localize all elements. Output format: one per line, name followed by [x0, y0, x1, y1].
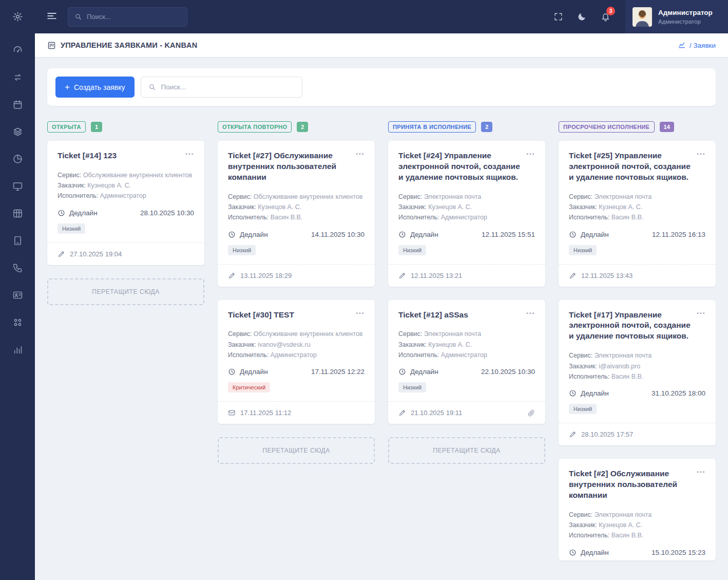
topbar-search-input[interactable]: [87, 13, 181, 21]
footer-date: 21.10.2025 19:11: [411, 409, 462, 417]
ticket-title[interactable]: Ticket [#14] 123: [58, 151, 180, 161]
breadcrumb[interactable]: / Заявки: [678, 41, 716, 49]
content: + Создать заявку ОТКРЫТА1Ticket [#14] 12…: [35, 57, 728, 580]
gear-icon[interactable]: [12, 0, 23, 33]
ticket-field: Сервис: Электронная почта: [398, 329, 535, 339]
search-icon: [74, 13, 82, 21]
kanban-board: ОТКРЫТА1Ticket [#14] 123...Сервис: Обслу…: [47, 121, 716, 574]
ticket-title[interactable]: Ticket [#27] Обслуживание внутренних пол…: [228, 151, 351, 183]
tickets-icon[interactable]: [0, 64, 35, 91]
ticket-card[interactable]: Ticket [#25] Управление электронной почт…: [559, 141, 716, 287]
footer-date: 12.11.2025 13:21: [411, 272, 462, 279]
ticket-fields: Сервис: Электронная почтаЗаказчик: Кузне…: [559, 510, 716, 541]
card-menu-button[interactable]: ...: [526, 151, 535, 183]
card-footer: 21.10.2025 19:11: [388, 401, 545, 424]
ticket-title[interactable]: Ticket [#2] Обслуживание внутренних поль…: [569, 469, 692, 501]
ticket-title[interactable]: Ticket [#12] aSSas: [398, 310, 521, 321]
card-header: Ticket [#2] Обслуживание внутренних поль…: [559, 459, 716, 501]
deadline-row: Дедлайн22.10.2025 10:30: [388, 368, 545, 376]
ticket-fields: Сервис: Обслуживание внутренних клиентов…: [218, 192, 375, 223]
notifications-bell-icon[interactable]: 3: [593, 0, 617, 33]
ticket-fields: Сервис: Электронная почтаЗаказчик: Кузне…: [388, 192, 545, 223]
ticket-card[interactable]: Ticket [#2] Обслуживание внутренних поль…: [559, 459, 716, 560]
drop-zone[interactable]: ПЕРЕТАЩИТЕ СЮДА: [218, 437, 375, 464]
card-footer: 27.10.2025 19:04: [47, 242, 204, 265]
card-menu-button[interactable]: ...: [526, 310, 535, 321]
ticket-card[interactable]: Ticket [#30] TEST...Сервис: Обслуживание…: [218, 300, 375, 424]
ticket-card[interactable]: Ticket [#12] aSSas...Сервис: Электронная…: [388, 300, 545, 424]
board-search-input[interactable]: [161, 83, 295, 91]
ticket-field: Заказчик: Кузнецов А. С.: [58, 180, 194, 191]
column-header: ПРОСРОЧЕНО ИСПОЛНЕНИЕ14: [559, 121, 716, 133]
page-header: УПРАВЛЕНИЕ ЗАЯВКАМИ - KANBAN / Заявки: [35, 33, 728, 57]
table-icon[interactable]: [0, 200, 35, 227]
footer-date: 27.10.2025 19:04: [70, 250, 122, 258]
deadline-value: 12.11.2025 15:51: [482, 231, 535, 238]
ticket-card[interactable]: Ticket [#24] Управление электронной почт…: [388, 141, 545, 287]
ticket-card[interactable]: Ticket [#14] 123...Сервис: Обслуживание …: [47, 141, 204, 265]
column-count-badge: 2: [481, 122, 492, 132]
apps-icon[interactable]: [0, 309, 35, 336]
calendar-icon[interactable]: [0, 91, 35, 118]
user-name: Администратор: [658, 9, 713, 17]
ticket-title[interactable]: Ticket [#24] Управление электронной почт…: [398, 151, 521, 183]
sidebar-nav: [0, 36, 35, 363]
kanban-column: ПРИНЯТА В ИСПОЛНЕНИЕ2Ticket [#24] Управл…: [388, 121, 545, 464]
column-header: ПРИНЯТА В ИСПОЛНЕНИЕ2: [388, 121, 545, 133]
dark-mode-icon[interactable]: [570, 0, 593, 33]
id-card-icon[interactable]: [0, 282, 35, 309]
card-header: Ticket [#25] Управление электронной почт…: [559, 141, 716, 183]
column-count-badge: 1: [91, 122, 102, 132]
ticket-title[interactable]: Ticket [#25] Управление электронной почт…: [569, 151, 692, 183]
deadline-label: Дедлайн: [69, 209, 98, 217]
ticket-field: Исполнитель: Администратор: [398, 212, 535, 222]
clock-icon: [398, 231, 406, 238]
card-menu-button[interactable]: ...: [185, 151, 194, 161]
ticket-fields: Сервис: Обслуживание внутренних клиентов…: [47, 170, 204, 201]
phone-icon[interactable]: [0, 254, 35, 282]
board-search[interactable]: [141, 77, 302, 98]
bar-chart-icon[interactable]: [0, 336, 35, 363]
clock-icon: [569, 549, 577, 556]
search-icon: [148, 83, 156, 91]
tablet-icon[interactable]: [0, 227, 35, 254]
plus-icon: +: [65, 83, 70, 91]
breadcrumb-link: / Заявки: [689, 42, 716, 49]
topbar-search[interactable]: [68, 7, 187, 27]
kanban-icon: [47, 41, 56, 50]
card-footer: 12.11.2025 13:43: [559, 264, 716, 287]
ticket-field: Исполнитель: Васин В.В.: [569, 212, 705, 222]
menu-toggle-icon[interactable]: [46, 10, 58, 24]
dashboard-icon[interactable]: [0, 36, 35, 64]
card-menu-button[interactable]: ...: [697, 469, 705, 501]
ticket-field: Сервис: Обслуживание внутренних клиентов: [228, 329, 365, 339]
create-ticket-button[interactable]: + Создать заявку: [55, 77, 135, 98]
user-role: Администратор: [658, 18, 713, 25]
fullscreen-icon[interactable]: [546, 0, 570, 33]
deadline-value: 28.10.2025 10:30: [140, 209, 194, 217]
ticket-card[interactable]: Ticket [#17] Управление электронной почт…: [559, 300, 716, 446]
deadline-row: Дедлайн15.10.2025 15:23: [559, 549, 716, 556]
deadline-label: Дедлайн: [410, 368, 438, 376]
layers-icon[interactable]: [0, 118, 35, 145]
card-menu-button[interactable]: ...: [356, 310, 365, 321]
deadline-row: Дедлайн17.11.2025 12:22: [218, 368, 375, 376]
ticket-card[interactable]: Ticket [#27] Обслуживание внутренних пол…: [218, 141, 375, 287]
drop-zone[interactable]: ПЕРЕТАЩИТЕ СЮДА: [388, 437, 545, 464]
user-menu[interactable]: Администратор Администратор: [625, 0, 728, 33]
ticket-field: Исполнитель: Администратор: [58, 191, 194, 201]
drop-zone[interactable]: ПЕРЕТАЩИТЕ СЮДА: [47, 278, 204, 305]
ticket-title[interactable]: Ticket [#30] TEST: [228, 310, 351, 321]
ticket-title[interactable]: Ticket [#17] Управление электронной почт…: [569, 310, 692, 342]
ticket-field: Исполнитель: Администратор: [398, 350, 535, 360]
clock-icon: [228, 231, 236, 238]
monitor-icon[interactable]: [0, 173, 35, 200]
card-header: Ticket [#24] Управление электронной почт…: [388, 141, 545, 183]
card-menu-button[interactable]: ...: [697, 310, 705, 342]
card-menu-button[interactable]: ...: [356, 151, 365, 183]
pie-chart-icon[interactable]: [0, 145, 35, 173]
card-menu-button[interactable]: ...: [697, 151, 705, 183]
deadline-row: Дедлайн12.11.2025 16:13: [559, 231, 716, 238]
main-area: 3 Администратор Администратор УПРАВЛЕНИЕ…: [35, 0, 728, 580]
deadline-label: Дедлайн: [240, 231, 268, 238]
